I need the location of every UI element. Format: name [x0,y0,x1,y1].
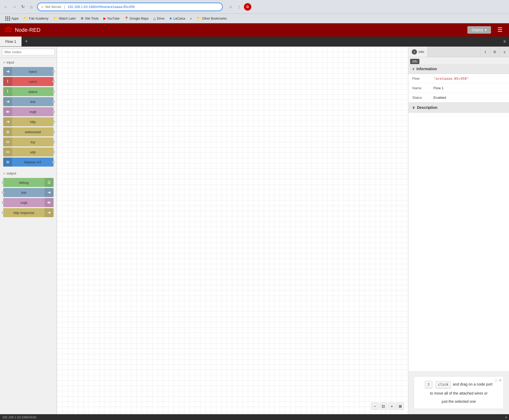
site-tools-label: Site Tools [85,17,99,20]
apps-icon [5,16,10,21]
home-button[interactable]: ⌂ [28,3,35,11]
palette-search-input[interactable] [2,49,55,55]
reload-button[interactable]: ↻ [19,3,27,11]
status-node-icon: ! [3,87,12,96]
info-table: Flow "ace1aaaa.85c458" Name Flow 1 Statu… [409,74,509,102]
http-response-input-port [2,211,5,214]
node-debug[interactable]: debug ☰ [3,178,54,187]
node-catch[interactable]: ! catch [3,77,54,86]
bookmark-other[interactable]: 📁 Other Bookmarks [194,15,229,22]
tab-flow1[interactable]: Flow 1 [0,37,22,46]
hint-close-button[interactable]: ✕ [499,378,502,382]
tab-menu-button[interactable]: ≡ [500,37,509,46]
svg-rect-2 [7,27,10,28]
browser-menu-button[interactable]: ⋮ [235,3,243,11]
link-out-input-port [2,191,5,194]
node-http-response[interactable]: http response [3,208,54,217]
address-bar[interactable]: ⚠ Not Secure | 192.168.1.63:1880/#/flow/… [37,3,223,11]
node-watson-iot[interactable]: ⚙ Watson IoT [3,158,54,167]
flow-id-value: "ace1aaaa.85c458" [433,77,469,81]
hint-text-line2: to move all of the attached wires or [418,390,499,396]
node-status[interactable]: ! status [3,87,54,96]
save-tab-button[interactable]: ☆ [227,3,234,11]
bookmark-drive[interactable]: △ Drive [151,15,166,21]
youtube-icon: ▶ [103,16,106,20]
info-action-close-button[interactable]: ∨ [499,47,509,57]
bookmarks-bar: Apps 📁 Fab Academy 📁 Watch Later ⚙ Site … [0,14,509,23]
description-title: Description [417,105,437,110]
node-inject[interactable]: inject [3,67,54,76]
watson-iot-output-port [52,161,55,163]
status-bar: 192.168.1.63:1880/#info ▾ [0,414,509,420]
bookmark-more[interactable]: » [188,16,194,21]
security-icon: ⚠ [41,5,44,9]
websocket-in-node-label: websocket [12,130,54,134]
mqtt-in-node-label: mqtt [12,110,54,114]
catch-exclamation: ! [7,79,8,84]
status-expand-button[interactable]: ▾ [505,415,507,419]
node-mqtt-in[interactable]: mqtt [3,107,54,116]
bookmark-fab-academy[interactable]: 📁 Fab Academy [21,15,50,22]
output-section-label: output [7,171,16,175]
tab-add-button[interactable]: + [22,37,31,46]
watson-iot-node-icon: ⚙ [3,158,12,167]
info-action-info-button[interactable]: i [480,47,490,57]
nr-header: Node-RED Deploy ▾ ☰ [0,23,509,37]
add-tab-icon: + [25,39,28,44]
inject-node-label: inject [12,70,54,74]
bookmark-watch-later[interactable]: 📁 Watch Later [51,15,78,22]
hamburger-menu-button[interactable]: ☰ [495,25,505,34]
hint-restore-button[interactable]: □ [495,378,497,382]
node-mqtt-out[interactable]: mqtt [3,198,54,207]
link-out-node-label: link [3,191,45,195]
back-button[interactable]: ← [2,3,10,11]
link-in-output-port [52,100,55,103]
forward-button[interactable]: → [11,3,18,11]
info-information-header[interactable]: ∨ Information [409,64,509,74]
profile-avatar[interactable]: G [244,3,251,11]
zoom-view-button[interactable]: ⊞ [397,403,404,410]
palette-section-input: ∨ input inject ! ca [0,59,57,168]
zoom-in-button[interactable]: + [388,403,396,410]
info-tab-button[interactable]: i info [409,47,428,57]
nr-logo-icon [4,26,13,34]
info-description-header[interactable]: ∨ Description [409,103,509,112]
udp-in-node-icon [3,148,12,157]
lacaixa-label: LaCaixa [173,17,185,20]
status-label: Status [409,93,430,102]
deploy-button[interactable]: Deploy ▾ [467,26,491,34]
node-udp-in[interactable]: udp [3,148,54,157]
debug-icon-glyph: ☰ [47,180,51,185]
info-status-row: Status Enabled [409,93,509,102]
debug-node-icon: ☰ [45,178,54,187]
udp-in-node-label: udp [12,150,54,154]
folder-icon-watch: 📁 [53,16,58,21]
svg-point-3 [7,111,8,112]
bookmark-site-tools[interactable]: ⚙ Site Tools [78,15,101,21]
info-tooltip-text: info [412,60,417,63]
bookmark-lacaixa[interactable]: ★ LaCaixa [167,15,187,21]
information-title: Information [416,67,437,71]
browser-chrome: ← → ↻ ⌂ ⚠ Not Secure | 192.168.1.63:1880… [0,0,509,14]
node-tcp-in[interactable]: tcp [3,137,54,146]
palette-section-input-header[interactable]: ∨ input [0,59,57,66]
node-websocket-in[interactable]: ⚙ websocket [3,127,54,136]
more-bookmarks-label: » [190,17,192,20]
node-link-in[interactable]: link [3,97,54,106]
node-http-in[interactable]: http [3,117,54,126]
output-section-chevron: ∨ [3,172,5,175]
bookmark-google-maps[interactable]: 📍 Google Maps [122,15,151,21]
input-section-chevron: ∨ [3,61,5,64]
palette-section-output-header[interactable]: ∨ output [0,170,57,177]
zoom-out-button[interactable]: − [371,403,379,410]
node-link-out[interactable]: link [3,188,54,197]
nav-buttons: ← → ↻ ⌂ [2,3,35,11]
apps-label: Apps [11,17,19,20]
fab-academy-label: Fab Academy [29,17,48,20]
zoom-fit-button[interactable]: ⊡ [380,403,387,410]
bookmark-apps[interactable]: Apps [3,15,21,22]
info-action-settings-button[interactable]: ⚙ [490,47,499,57]
canvas-area[interactable]: − ⊡ + ⊞ [57,47,408,414]
output-nodes-list: debug ☰ link mqtt [0,177,57,218]
bookmark-youtube[interactable]: ▶ YouTube [101,15,122,21]
